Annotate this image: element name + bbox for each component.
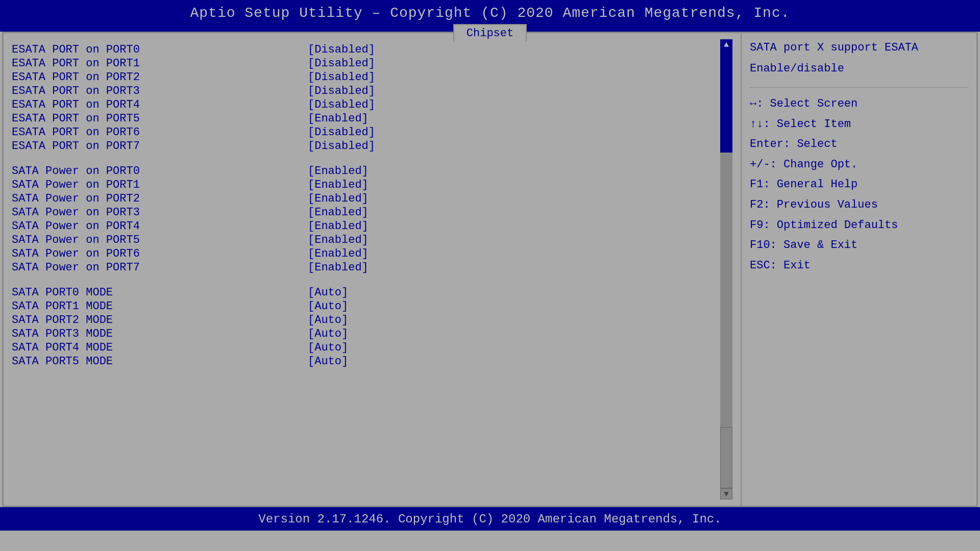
setting-value: [Disabled] bbox=[308, 140, 375, 153]
settings-row[interactable]: ESATA PORT on PORT2[Disabled] bbox=[12, 71, 720, 84]
key-label: ↔: bbox=[750, 97, 770, 110]
setting-value: [Enabled] bbox=[308, 206, 369, 219]
key-help-item: +/-: Change Opt. bbox=[750, 155, 968, 175]
setting-value: [Enabled] bbox=[308, 247, 369, 260]
settings-row[interactable]: SATA Power on PORT2[Enabled] bbox=[12, 192, 720, 205]
setting-value: [Auto] bbox=[308, 300, 348, 313]
settings-row[interactable]: SATA PORT2 MODE[Auto] bbox=[12, 314, 720, 327]
settings-row bbox=[12, 275, 720, 285]
setting-label: SATA Power on PORT2 bbox=[12, 192, 308, 205]
scroll-up-arrow[interactable]: ▲ bbox=[720, 39, 732, 51]
key-help-list: ↔: Select Screen↑↓: Select ItemEnter: Se… bbox=[750, 94, 968, 276]
scroll-thumb bbox=[720, 51, 732, 153]
setting-label: ESATA PORT on PORT1 bbox=[12, 57, 308, 70]
setting-label: ESATA PORT on PORT0 bbox=[12, 43, 308, 56]
footer-text: Version 2.17.1246. Copyright (C) 2020 Am… bbox=[258, 512, 721, 526]
settings-row[interactable]: SATA PORT3 MODE[Auto] bbox=[12, 328, 720, 340]
help-text-line1: SATA port X support ESATA bbox=[750, 39, 968, 56]
setting-label: SATA Power on PORT3 bbox=[12, 206, 308, 219]
key-help-item: Enter: Select bbox=[750, 134, 968, 155]
settings-row[interactable]: ESATA PORT on PORT4[Disabled] bbox=[12, 98, 720, 111]
settings-row[interactable]: SATA Power on PORT1[Enabled] bbox=[12, 179, 720, 191]
setting-value: [Enabled] bbox=[308, 179, 369, 191]
key-help-item: F9: Optimized Defaults bbox=[750, 215, 968, 236]
key-label: ESC: bbox=[750, 259, 783, 272]
key-label: +/-: bbox=[750, 158, 783, 171]
setting-label: SATA Power on PORT4 bbox=[12, 220, 308, 233]
setting-value: [Enabled] bbox=[308, 165, 369, 178]
key-help-item: ESC: Exit bbox=[750, 256, 968, 276]
setting-label: SATA Power on PORT7 bbox=[12, 261, 308, 274]
setting-value: [Auto] bbox=[308, 328, 348, 340]
settings-row[interactable]: SATA PORT0 MODE[Auto] bbox=[12, 286, 720, 299]
header-title: Aptio Setup Utility – Copyright (C) 2020… bbox=[0, 5, 980, 21]
key-desc: Optimized Defaults bbox=[777, 219, 898, 232]
setting-value: [Auto] bbox=[308, 341, 348, 354]
key-help-item: ↑↓: Select Item bbox=[750, 114, 968, 135]
settings-row[interactable]: SATA Power on PORT6[Enabled] bbox=[12, 247, 720, 260]
setting-label: SATA PORT2 MODE bbox=[12, 314, 308, 327]
settings-row[interactable]: SATA PORT4 MODE[Auto] bbox=[12, 341, 720, 354]
key-desc: Exit bbox=[783, 259, 811, 272]
setting-label: SATA Power on PORT6 bbox=[12, 247, 308, 260]
setting-label: SATA PORT3 MODE bbox=[12, 328, 308, 340]
key-desc: Select bbox=[797, 138, 837, 151]
settings-row[interactable]: ESATA PORT on PORT3[Disabled] bbox=[12, 85, 720, 97]
setting-label: SATA Power on PORT0 bbox=[12, 165, 308, 178]
key-desc: General Help bbox=[777, 178, 857, 191]
settings-row[interactable]: SATA Power on PORT3[Enabled] bbox=[12, 206, 720, 219]
setting-label: SATA PORT5 MODE bbox=[12, 355, 308, 368]
settings-row[interactable]: ESATA PORT on PORT1[Disabled] bbox=[12, 57, 720, 70]
divider bbox=[750, 87, 968, 88]
key-help-item: F2: Previous Values bbox=[750, 195, 968, 215]
setting-label: SATA PORT0 MODE bbox=[12, 286, 308, 299]
setting-label: ESATA PORT on PORT7 bbox=[12, 140, 308, 153]
setting-label: ESATA PORT on PORT5 bbox=[12, 112, 308, 125]
setting-label: SATA PORT4 MODE bbox=[12, 341, 308, 354]
settings-row[interactable]: ESATA PORT on PORT7[Disabled] bbox=[12, 140, 720, 153]
setting-label: SATA Power on PORT5 bbox=[12, 234, 308, 246]
help-text-line2: Enable/disable bbox=[750, 60, 968, 77]
settings-row[interactable]: SATA PORT5 MODE[Auto] bbox=[12, 355, 720, 368]
setting-value: [Auto] bbox=[308, 286, 348, 299]
setting-label: SATA PORT1 MODE bbox=[12, 300, 308, 313]
scroll-track bbox=[720, 51, 732, 488]
settings-row[interactable]: ESATA PORT on PORT0[Disabled] bbox=[12, 43, 720, 56]
settings-row[interactable]: SATA PORT1 MODE[Auto] bbox=[12, 300, 720, 313]
setting-value: [Disabled] bbox=[308, 43, 375, 56]
key-label: F9: bbox=[750, 219, 777, 232]
scroll-thumb-gray bbox=[720, 427, 732, 488]
key-desc: Save & Exit bbox=[783, 239, 857, 252]
key-label: ↑↓: bbox=[750, 118, 777, 131]
setting-label: ESATA PORT on PORT6 bbox=[12, 126, 308, 139]
settings-row[interactable]: SATA Power on PORT7[Enabled] bbox=[12, 261, 720, 274]
setting-label: ESATA PORT on PORT2 bbox=[12, 71, 308, 84]
setting-value: [Disabled] bbox=[308, 57, 375, 70]
setting-value: [Enabled] bbox=[308, 112, 369, 125]
setting-value: [Enabled] bbox=[308, 234, 369, 246]
main-content: ESATA PORT on PORT0[Disabled]ESATA PORT … bbox=[2, 32, 978, 507]
setting-value: [Disabled] bbox=[308, 85, 375, 97]
settings-row[interactable]: SATA Power on PORT4[Enabled] bbox=[12, 220, 720, 233]
scroll-down-arrow[interactable]: ▼ bbox=[720, 488, 732, 499]
setting-value: [Enabled] bbox=[308, 220, 369, 233]
key-label: F1: bbox=[750, 178, 777, 191]
key-label: F10: bbox=[750, 239, 783, 252]
scrollbar[interactable]: ▲ ▼ bbox=[720, 39, 732, 499]
key-label: Enter: bbox=[750, 138, 797, 151]
settings-row[interactable]: SATA Power on PORT0[Enabled] bbox=[12, 165, 720, 178]
setting-label: SATA Power on PORT1 bbox=[12, 179, 308, 191]
key-label: F2: bbox=[750, 198, 777, 211]
setting-value: [Disabled] bbox=[308, 71, 375, 84]
key-help-item: F1: General Help bbox=[750, 174, 968, 195]
key-desc: Select Item bbox=[777, 118, 851, 131]
header: Aptio Setup Utility – Copyright (C) 2020… bbox=[0, 0, 980, 32]
key-desc: Change Opt. bbox=[783, 158, 857, 171]
settings-row[interactable]: ESATA PORT on PORT5[Enabled] bbox=[12, 112, 720, 125]
settings-row[interactable]: ESATA PORT on PORT6[Disabled] bbox=[12, 126, 720, 139]
settings-row[interactable]: SATA Power on PORT5[Enabled] bbox=[12, 234, 720, 246]
key-help-item: ↔: Select Screen bbox=[750, 94, 968, 114]
setting-value: [Disabled] bbox=[308, 98, 375, 111]
setting-value: [Auto] bbox=[308, 314, 348, 327]
setting-value: [Auto] bbox=[308, 355, 348, 368]
